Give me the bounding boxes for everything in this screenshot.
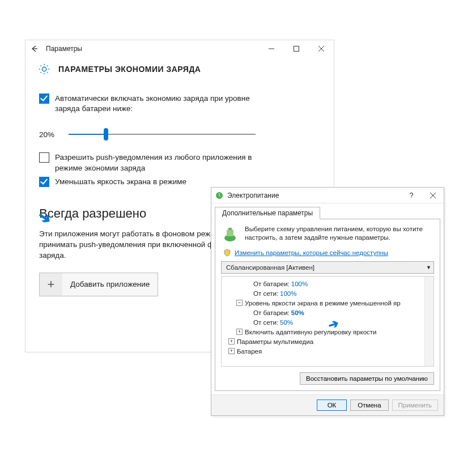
add-app-label: Добавить приложение [62,280,158,288]
value-link[interactable]: 50% [280,319,293,326]
power-title: Электропитание [227,192,279,199]
page-title: ПАРАМЕТРЫ ЭКОНОМИИ ЗАРЯДА [58,65,201,74]
close-icon [430,193,436,198]
tab-panel: Выберите схему управления питанием, кото… [215,219,440,391]
apply-button: Применить [392,400,438,411]
power-window-controls: ? [401,188,444,203]
tree-row-brightness-group[interactable]: − Уровень яркости экрана в режиме уменьш… [224,298,424,308]
svg-rect-0 [294,46,299,52]
auto-enable-row: Автоматически включать экономию заряда п… [39,94,320,114]
minimize-icon [269,46,274,52]
power-close-button[interactable] [422,188,444,203]
battery-plan-icon [221,225,239,243]
tree-row-adaptive[interactable]: + Включить адаптивную регулировку яркост… [224,327,424,337]
add-app-button[interactable]: + Добавить приложение [39,273,158,296]
expand-icon[interactable]: + [228,338,235,345]
threshold-value: 20% [39,130,58,139]
cancel-button[interactable]: Отмена [350,400,388,411]
dialog-buttons: ОК Отмена Применить [211,394,444,415]
plan-selected: Сбалансированная [Активен] [226,264,426,271]
description-text: Выберите схему управления питанием, кото… [245,225,434,242]
plan-dropdown[interactable]: Сбалансированная [Активен] ▼ [221,261,434,274]
maximize-icon [294,46,299,52]
settings-titlebar: Параметры [26,40,334,57]
threshold-row: 20% [39,129,320,140]
back-button[interactable] [26,40,42,57]
push-checkbox[interactable] [39,152,49,163]
dim-checkbox[interactable] [39,177,49,187]
dim-row: Уменьшать яркость экрана в режиме [39,177,320,187]
restore-defaults-button[interactable]: Восстановить параметры по умолчанию [300,372,434,385]
page-header: ПАРАМЕТРЫ ЭКОНОМИИ ЗАРЯДА [26,57,334,83]
shield-icon [223,249,231,257]
tree-row-battery-group[interactable]: + Батарея [224,346,424,356]
chevron-down-icon: ▼ [426,265,431,270]
svg-rect-4 [228,228,232,230]
minimize-button[interactable] [259,40,284,57]
description-row: Выберите схему управления питанием, кото… [221,225,434,243]
restore-row: Восстановить параметры по умолчанию [221,372,434,385]
value-link[interactable]: 100% [280,290,296,297]
tab-advanced[interactable]: Дополнительные параметры [215,207,320,219]
window-title: Параметры [46,45,82,53]
tree-row-ac-50[interactable]: От сети: 50% [224,317,424,327]
push-label: Разрешить push-уведомления из любого при… [55,152,259,173]
expand-icon[interactable]: + [228,348,235,354]
tree-row-battery-100[interactable]: От батареи: 100% [224,279,424,288]
threshold-slider[interactable] [69,129,256,140]
ok-button[interactable]: ОК [317,400,347,411]
auto-enable-label: Автоматически включать экономию заряда п… [55,94,259,114]
power-titlebar: Электропитание ? [211,188,444,203]
admin-link-row: Изменить параметры, которые сейчас недос… [223,249,434,257]
dim-label: Уменьшать яркость экрана в режиме [55,177,186,187]
tree-content: От батареи: 100% От сети: 100% − Уровень… [222,277,434,358]
value-link-highlight[interactable]: 50% [291,309,304,316]
window-controls [259,40,334,57]
gear-icon [38,63,50,75]
plus-icon: + [40,273,62,296]
maximize-button[interactable] [284,40,309,57]
tabs-row: Дополнительные параметры [211,203,444,219]
collapse-icon[interactable]: − [236,300,243,306]
help-button[interactable]: ? [401,188,422,203]
tree-row-ac-100[interactable]: От сети: 100% [224,288,424,298]
close-button[interactable] [309,40,334,57]
tree-scrollbar[interactable] [424,277,434,366]
arrow-left-icon [30,45,38,53]
value-link[interactable]: 100% [291,280,308,287]
slider-thumb[interactable] [104,128,108,141]
push-row: Разрешить push-уведомления из любого при… [39,152,320,173]
auto-enable-checkbox[interactable] [39,94,49,104]
power-options-dialog: Электропитание ? Дополнительные параметр… [211,187,444,416]
expand-icon[interactable]: + [236,329,243,335]
close-icon [318,46,324,52]
power-plan-icon [215,191,224,200]
tree-row-battery-50[interactable]: От батареи: 50% [224,308,424,317]
svg-rect-3 [227,230,233,236]
admin-link[interactable]: Изменить параметры, которые сейчас недос… [235,249,388,256]
slider-fill [69,134,106,135]
tree-row-multimedia[interactable]: + Параметры мультимедиа [224,337,424,346]
